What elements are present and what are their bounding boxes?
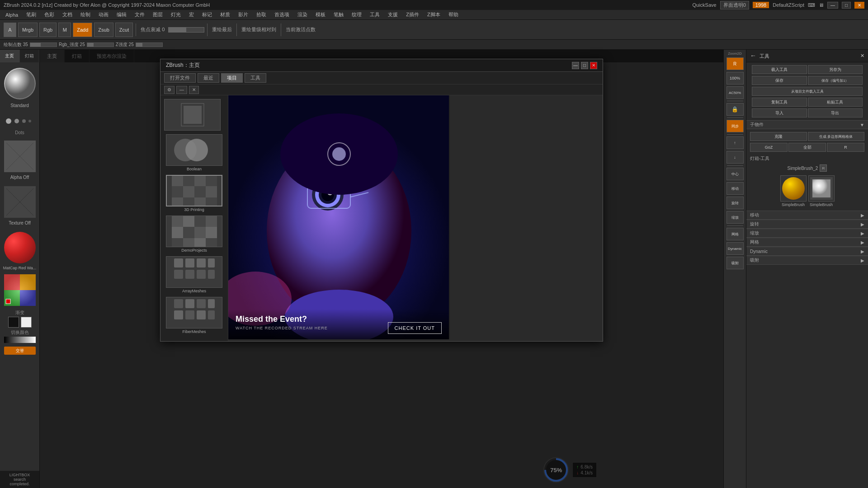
left-tab-lightbox[interactable]: 灯箱 (20, 50, 40, 62)
section-dynamic[interactable]: Dynamic▶ (746, 247, 868, 256)
close-btn[interactable]: ✕ (854, 2, 864, 9)
back-arrow-btn[interactable]: ← (750, 52, 756, 59)
section-scale[interactable]: 缩放▶ (746, 229, 868, 238)
menu-item-笔刷[interactable]: 笔刷 (23, 10, 40, 19)
grid-btn[interactable]: 网格 (726, 228, 744, 240)
rgb-btn[interactable]: Rgb (39, 23, 57, 37)
nav-down-btn[interactable]: ↓ (726, 151, 744, 164)
menu-item-标记[interactable]: 标记 (198, 10, 216, 19)
quicksave-label[interactable]: QuickSave (692, 2, 716, 8)
menu-item-Alpha[interactable]: Alpha (2, 11, 22, 19)
zoom100-btn[interactable]: 100% (726, 72, 744, 84)
project-item-3dprint[interactable]: 3D Printing (164, 175, 224, 212)
project-item-arraymesh[interactable]: ArrayMeshes (164, 256, 224, 293)
modal-tab-project[interactable]: 项目 (221, 73, 243, 83)
menu-item-拾取[interactable]: 拾取 (253, 10, 270, 19)
all-btn[interactable]: 全部 (788, 143, 826, 152)
left-tab-home[interactable]: 主页 (0, 50, 20, 62)
save-btn[interactable]: 保存 (752, 76, 807, 85)
simple-brush-r-btn[interactable]: R (820, 164, 827, 172)
mrgb-btn[interactable]: Mrgb (18, 23, 38, 37)
modal-maximize-btn[interactable]: □ (581, 62, 588, 69)
menu-item-Z插件[interactable]: Z插件 (402, 10, 423, 19)
draw-size-slider[interactable] (30, 42, 57, 47)
menu-item-材质[interactable]: 材质 (217, 10, 234, 19)
zoom2d-r-btn[interactable]: R (726, 57, 744, 70)
color-wheel[interactable] (4, 274, 36, 306)
modal-minimize-view-btn[interactable]: — (176, 86, 187, 94)
copy-tool-btn[interactable]: 复制工具 (752, 98, 807, 107)
menu-item-纹理[interactable]: 纹理 (348, 10, 365, 19)
menu-item-色彩[interactable]: 色彩 (41, 10, 58, 19)
menu-item-Z脚本[interactable]: Z脚本 (424, 10, 444, 19)
zsub-btn[interactable]: Zsub (94, 23, 113, 37)
menu-item-笔触[interactable]: 笔触 (330, 10, 347, 19)
matcap-preview[interactable] (4, 232, 36, 263)
menu-item-编辑[interactable]: 编辑 (113, 10, 130, 19)
menu-item-模板[interactable]: 模板 (312, 10, 329, 19)
gradient-bar[interactable] (4, 337, 36, 343)
section-move[interactable]: 移动▶ (746, 211, 868, 220)
zadd-btn[interactable]: Zadd (73, 23, 92, 37)
lock-btn[interactable]: 🔒 (726, 103, 744, 116)
save-as-btn[interactable]: 另存为 (808, 65, 863, 74)
alpha-preview[interactable] (4, 141, 36, 172)
load-tool-btn[interactable]: 载入工具 (752, 65, 807, 74)
import-btn[interactable]: 导入 (752, 108, 807, 117)
texture-preview[interactable] (4, 186, 36, 218)
featured-left-check-btn[interactable]: CHECK IT OUT (388, 322, 442, 334)
load-from-project-btn[interactable]: 从项目文件载入工具 (752, 87, 863, 96)
section-grid[interactable]: 网格▶ (746, 238, 868, 247)
project-item-standard[interactable] (164, 99, 224, 131)
dynamic-btn[interactable]: Dynamic (726, 242, 744, 255)
a-btn[interactable]: A (4, 23, 16, 37)
menu-item-影片[interactable]: 影片 (235, 10, 252, 19)
rotate-btn[interactable]: 旋转 (726, 197, 744, 209)
menu-item-帮助[interactable]: 帮助 (445, 10, 462, 19)
paste-tool-btn[interactable]: 粘贴工具 (808, 98, 863, 107)
modal-close-btn[interactable]: ✕ (590, 62, 597, 69)
menu-item-绘制[interactable]: 绘制 (77, 10, 94, 19)
r-btn2[interactable]: R (827, 143, 864, 152)
goz-btn[interactable]: GoZ (750, 143, 788, 152)
export-btn[interactable]: 导出 (808, 108, 863, 117)
brush-preview[interactable] (4, 68, 36, 99)
ac50-btn[interactable]: AC50% (726, 86, 744, 99)
menu-item-文件[interactable]: 文件 (131, 10, 148, 19)
save-increment-btn[interactable]: 保存（编号加1） (808, 76, 863, 85)
snap-btn[interactable]: 吸附 (726, 257, 744, 269)
generate-subdiv-btn[interactable]: 生成 多边形网格格体 (808, 132, 865, 141)
sync-btn[interactable]: 同步 (726, 120, 744, 132)
sub-object-header[interactable]: 子物件 ▼ (746, 120, 868, 129)
minimize-btn[interactable]: — (827, 2, 838, 9)
far-right-close-btn[interactable]: ✕ (860, 53, 864, 59)
modal-tab-recent[interactable]: 最近 (198, 73, 219, 83)
project-item-fibermesh[interactable]: FiberMeshes (164, 297, 224, 334)
project-item-demo[interactable]: DemoProjects (164, 216, 224, 253)
color-black-swatch[interactable] (8, 317, 19, 328)
menu-item-工具[interactable]: 工具 (366, 10, 383, 19)
simple-brush-gold[interactable]: SimpleBrush (780, 175, 807, 207)
switch-btn[interactable]: 交替 (4, 347, 36, 355)
clone-btn[interactable]: 克隆 (750, 132, 807, 141)
menu-item-文档[interactable]: 文档 (59, 10, 76, 19)
color-white-swatch[interactable] (21, 317, 32, 328)
rgb-intensity-slider[interactable] (87, 42, 114, 47)
center-btn[interactable]: 中心 (726, 168, 744, 180)
modal-tab-tools[interactable]: 工具 (245, 73, 266, 83)
settings-icon-btn[interactable]: ⚙ (164, 86, 175, 94)
modal-minimize-btn[interactable]: — (572, 62, 579, 69)
zcut-btn[interactable]: Zcut (115, 23, 133, 37)
section-rotate[interactable]: 旋转▶ (746, 220, 868, 229)
menu-item-首选项[interactable]: 首选项 (271, 10, 293, 19)
section-snap[interactable]: 吸附▶ (746, 256, 868, 265)
menu-item-渲染[interactable]: 渲染 (294, 10, 311, 19)
simple-brush-white[interactable]: SimpleBrush (808, 175, 835, 207)
nav-up-btn[interactable]: ↑ (726, 136, 744, 149)
m-btn[interactable]: M (58, 23, 71, 37)
menu-item-宏[interactable]: 宏 (185, 10, 198, 19)
scale-btn[interactable]: 缩放 (726, 211, 744, 224)
modal-tab-open[interactable]: 打开文件 (164, 73, 196, 83)
modal-close-view-btn[interactable]: ✕ (189, 86, 199, 94)
menu-item-图层[interactable]: 图层 (149, 10, 166, 19)
